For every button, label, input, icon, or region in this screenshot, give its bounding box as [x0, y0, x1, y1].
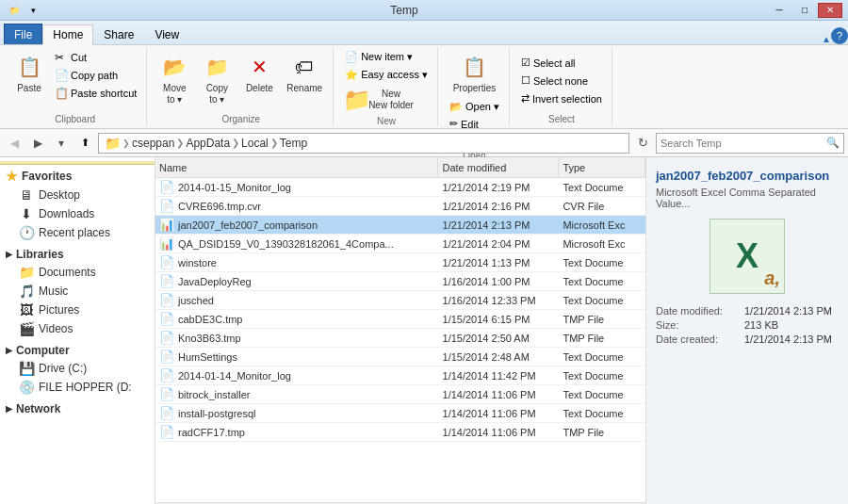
quick-access-folder[interactable]: 📁	[6, 3, 23, 18]
file-row[interactable]: 📄 bitrock_installer 1/14/2014 11:06 PM T…	[155, 385, 645, 404]
file-row[interactable]: 📄 winstore 1/21/2014 1:13 PM Text Docume	[155, 253, 645, 272]
copy-to-button[interactable]: 📁 Copyto ▾	[197, 49, 236, 108]
move-to-button[interactable]: 📂 Moveto ▾	[155, 49, 194, 108]
file-type: Microsoft Exc	[559, 238, 645, 250]
quick-access-down[interactable]: ▾	[24, 3, 41, 18]
search-input[interactable]	[660, 138, 824, 149]
file-name: install-postgresql	[178, 408, 256, 419]
file-row[interactable]: 📄 2014-01-15_Monitor_log 1/21/2014 2:19 …	[155, 178, 645, 197]
sidebar-item-downloads[interactable]: ⬇ Downloads	[0, 204, 155, 223]
file-row[interactable]: 📄 JavaDeployReg 1/16/2014 1:00 PM Text D…	[155, 272, 645, 291]
file-date: 1/15/2014 2:50 AM	[439, 333, 560, 344]
file-type: Microsoft Exc	[559, 219, 645, 231]
edit-button[interactable]: ✏ Edit	[446, 116, 503, 132]
file-row[interactable]: 📄 cabDE3C.tmp 1/15/2014 6:15 PM TMP File	[155, 310, 645, 329]
file-date: 1/21/2014 2:04 PM	[439, 238, 560, 250]
favorites-header[interactable]: ★ Favorites	[0, 167, 155, 186]
path-temp[interactable]: Temp	[280, 137, 307, 150]
file-row[interactable]: 📄 install-postgresql 1/14/2014 11:06 PM …	[155, 404, 645, 423]
address-path[interactable]: 📁 ❯ cseppan ❯ AppData ❯ Local ❯ Temp	[98, 133, 629, 154]
cut-button[interactable]: ✂ Cut	[51, 49, 140, 66]
file-icon: 📄	[159, 331, 174, 345]
tab-view[interactable]: View	[144, 24, 189, 44]
back-button[interactable]: ◀	[4, 133, 24, 154]
tab-file[interactable]: File	[4, 24, 42, 44]
maximize-button[interactable]: □	[792, 3, 817, 18]
network-header[interactable]: ▶ Network	[0, 400, 155, 417]
file-list-header: Name Date modified Type	[155, 157, 645, 178]
file-row[interactable]: 📄 jusched 1/16/2014 12:33 PM Text Docume	[155, 291, 645, 310]
sidebar-item-recent[interactable]: 🕐 Recent places	[0, 223, 155, 242]
open-button[interactable]: 📂 Open ▾	[446, 99, 503, 115]
file-date: 1/15/2014 2:48 AM	[439, 351, 560, 363]
file-name: JavaDeployReg	[178, 276, 252, 287]
search-icon: 🔍	[826, 137, 840, 149]
preview-date-created-row: Date created: 1/21/2014 2:13 PM	[656, 333, 839, 345]
file-row[interactable]: 📊 jan2007_feb2007_comparison 1/21/2014 2…	[155, 216, 645, 235]
file-type: TMP File	[559, 314, 645, 325]
properties-button[interactable]: 📋 Properties	[448, 49, 501, 97]
tab-share[interactable]: Share	[93, 24, 144, 44]
column-header-type[interactable]: Type	[559, 157, 645, 177]
paste-shortcut-button[interactable]: 📋 Paste shortcut	[51, 85, 140, 102]
path-local[interactable]: Local	[241, 137, 269, 150]
file-name: bitrock_installer	[178, 389, 250, 400]
help-button[interactable]: ?	[831, 27, 848, 44]
select-none-button[interactable]: ☐ Select none	[517, 73, 592, 89]
close-button[interactable]: ✕	[818, 3, 842, 18]
preview-date-created-value: 1/21/2014 2:13 PM	[744, 333, 832, 345]
file-icon: 📄	[159, 312, 174, 326]
file-name: cabDE3C.tmp	[178, 314, 242, 325]
libraries-header[interactable]: ▶ Libraries	[0, 246, 155, 263]
preview-title: jan2007_feb2007_comparison	[656, 169, 829, 183]
file-row[interactable]: 📄 Kno3B63.tmp 1/15/2014 2:50 AM TMP File	[155, 329, 645, 348]
up-button[interactable]: ⬆	[74, 133, 95, 154]
file-row[interactable]: 📄 CVRE696.tmp.cvr 1/21/2014 2:16 PM CVR …	[155, 197, 645, 216]
file-icon: 📄	[159, 274, 174, 288]
new-folder-button[interactable]: 📁 NewNew folder	[341, 85, 418, 114]
documents-icon: 📁	[19, 265, 34, 280]
column-header-name[interactable]: Name	[155, 157, 438, 177]
path-appdata[interactable]: AppData	[186, 137, 230, 150]
file-row[interactable]: 📄 radCFF17.tmp 1/14/2014 11:06 PM TMP Fi…	[155, 423, 645, 442]
ribbon-collapse[interactable]: ▲	[822, 34, 831, 44]
copy-path-button[interactable]: 📄 Copy path	[51, 67, 140, 84]
recent-button[interactable]: ▾	[51, 133, 72, 154]
forward-button[interactable]: ▶	[27, 133, 48, 154]
sidebar-item-drive-d[interactable]: 💿 FILE HOPPER (D:	[0, 378, 155, 397]
sidebar-item-drive-c[interactable]: 💾 Drive (C:)	[0, 359, 155, 378]
file-type: CVR File	[559, 201, 645, 212]
file-row[interactable]: 📄 2014-01-14_Monitor_log 1/14/2014 11:42…	[155, 366, 645, 385]
file-row[interactable]: 📄 HumSettings 1/15/2014 2:48 AM Text Doc…	[155, 348, 645, 366]
refresh-button[interactable]: ↻	[632, 133, 653, 154]
select-all-button[interactable]: ☑ Select all	[517, 55, 579, 71]
path-cseppan[interactable]: cseppan	[132, 137, 174, 150]
file-name: QA_DSID159_V0_1390328182061_4Compa...	[178, 238, 394, 250]
sidebar-item-videos[interactable]: 🎬 Videos	[0, 319, 155, 338]
file-date: 1/21/2014 1:13 PM	[439, 257, 560, 268]
computer-header[interactable]: ▶ Computer	[0, 342, 155, 359]
column-header-date[interactable]: Date modified	[438, 157, 559, 177]
file-name: radCFF17.tmp	[178, 427, 245, 438]
sidebar-item-desktop[interactable]: 🖥 Desktop	[0, 186, 155, 204]
easy-access-button[interactable]: ⭐ Easy access ▾	[341, 67, 432, 83]
sidebar-item-documents[interactable]: 📁 Documents	[0, 263, 155, 282]
rename-button[interactable]: 🏷 Rename	[282, 49, 327, 97]
file-row[interactable]: 📊 QA_DSID159_V0_1390328182061_4Compa... …	[155, 235, 645, 253]
minimize-button[interactable]: ─	[767, 3, 791, 18]
sidebar: ★ Favorites 🖥 Desktop ⬇ Downloads 🕐 Rece…	[0, 157, 155, 504]
invert-selection-button[interactable]: ⇄ Invert selection	[517, 90, 606, 106]
delete-button[interactable]: ✕ Delete	[239, 49, 279, 97]
file-icon: 📊	[159, 218, 174, 232]
new-item-button[interactable]: 📄 New item ▾	[341, 49, 416, 65]
clipboard-group: 📋 Paste ✂ Cut 📄 Copy path 📋 Paste shortc…	[4, 47, 147, 126]
file-name: winstore	[178, 257, 217, 268]
paste-shortcut-icon: 📋	[55, 87, 68, 100]
paste-button[interactable]: 📋 Paste	[9, 49, 49, 97]
file-date: 1/21/2014 2:16 PM	[439, 201, 560, 212]
preview-size-label: Size:	[656, 319, 741, 331]
sidebar-item-music[interactable]: 🎵 Music	[0, 282, 155, 301]
file-type: TMP File	[559, 333, 645, 344]
tab-home[interactable]: Home	[42, 24, 93, 45]
sidebar-item-pictures[interactable]: 🖼 Pictures	[0, 301, 155, 319]
